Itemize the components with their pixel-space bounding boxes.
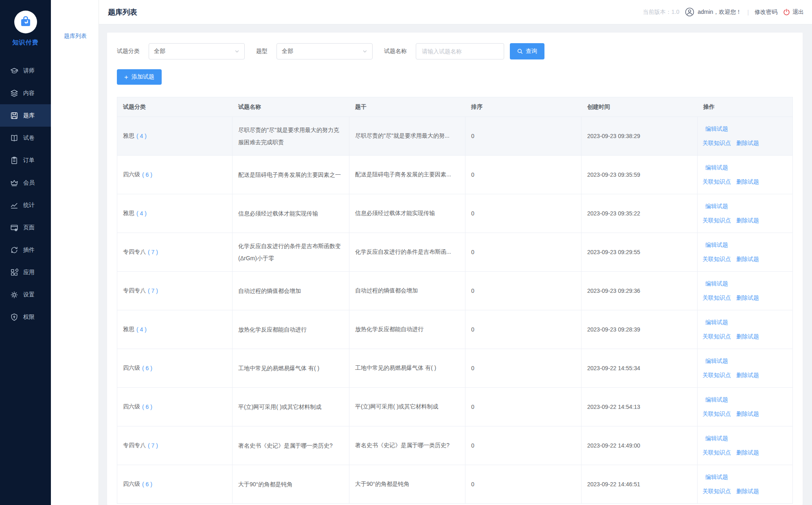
delete-question-link[interactable]: 删除试题 (736, 411, 759, 418)
link-knowledge-link[interactable]: 关联知识点 (702, 333, 731, 340)
logout-button[interactable]: 退出 (783, 9, 804, 16)
type-select[interactable]: 全部 (277, 43, 373, 59)
category-select[interactable]: 全部 (149, 43, 245, 59)
link-knowledge-link[interactable]: 关联知识点 (702, 488, 731, 495)
category-text: 四六级 (123, 403, 140, 411)
link-knowledge-link[interactable]: 关联知识点 (702, 294, 731, 302)
link-knowledge-link[interactable]: 关联知识点 (702, 140, 731, 147)
question-stem: 平(立)网可采用( )或其它材料制成 (349, 388, 465, 426)
created-time: 2023-09-23 09:35:22 (582, 194, 698, 233)
sidebar-item-label: 内容 (23, 90, 35, 97)
created-time: 2023-09-23 09:29:55 (582, 233, 698, 271)
edit-question-link[interactable]: 编辑试题 (705, 358, 728, 365)
link-knowledge-link[interactable]: 关联知识点 (702, 178, 731, 186)
question-table: 试题分类 试题名称 题干 排序 创建时间 操作 雅思( 4 ) 尽职尽责的"尽"… (117, 97, 793, 504)
category-count-link[interactable]: ( 6 ) (142, 171, 152, 178)
refresh-icon (10, 246, 18, 254)
table-row: 雅思( 4 ) 放热化学反应都能自动进行 放热化学反应都能自动进行 0 2023… (117, 310, 792, 349)
sidebar-item-label: 会员 (23, 179, 35, 187)
primary-sidebar: 知识付费 讲师 内容 题库 (0, 0, 51, 505)
sidebar-item-question-bank[interactable]: 题库 (0, 104, 51, 127)
created-time: 2023-09-22 14:55:34 (582, 349, 698, 387)
link-knowledge-link[interactable]: 关联知识点 (702, 217, 731, 224)
edit-question-link[interactable]: 编辑试题 (705, 164, 728, 171)
category-count-link[interactable]: ( 6 ) (142, 365, 152, 371)
actions-cell: 编辑试题 关联知识点删除试题 (698, 117, 792, 155)
delete-question-link[interactable]: 删除试题 (736, 449, 759, 457)
created-time: 2023-09-22 14:54:13 (582, 388, 698, 426)
edit-question-link[interactable]: 编辑试题 (705, 203, 728, 210)
question-name-input[interactable] (416, 43, 504, 59)
category-text: 雅思 (123, 326, 134, 333)
delete-question-link[interactable]: 删除试题 (736, 217, 759, 224)
delete-question-link[interactable]: 删除试题 (736, 488, 759, 495)
search-button[interactable]: 查询 (510, 43, 544, 59)
question-stem: 工地中常见的易燃易爆气体 有( ) (349, 349, 465, 387)
delete-question-link[interactable]: 删除试题 (736, 178, 759, 186)
browser-gear-icon (10, 224, 18, 232)
category-text: 四六级 (123, 364, 140, 372)
category-count-link[interactable]: ( 4 ) (136, 326, 147, 333)
sidebar-item-plugins[interactable]: 插件 (0, 239, 51, 261)
category-count-link[interactable]: ( 7 ) (148, 442, 158, 449)
sidebar-item-orders[interactable]: 订单 (0, 149, 51, 171)
graduation-cap-icon (10, 67, 18, 75)
topbar: 题库列表 当前版本：1.0 admin，欢迎您！ | 修改密码 退出 (99, 0, 812, 24)
category-count-link[interactable]: ( 6 ) (142, 481, 152, 487)
version-label: 当前版本：1.0 (643, 9, 679, 16)
question-name: 自动过程的熵值都会增加 (233, 272, 349, 310)
link-knowledge-link[interactable]: 关联知识点 (702, 449, 731, 457)
sidebar-item-exam-papers[interactable]: 试卷 (0, 127, 51, 149)
created-time: 2023-09-23 09:38:29 (582, 117, 698, 155)
user-menu[interactable]: admin，欢迎您！ (685, 7, 742, 17)
sidebar-item-content[interactable]: 内容 (0, 82, 51, 104)
search-button-label: 查询 (526, 48, 537, 55)
sidebar-item-settings[interactable]: 设置 (0, 283, 51, 306)
edit-question-link[interactable]: 编辑试题 (705, 435, 728, 442)
category-count-link[interactable]: ( 4 ) (136, 133, 147, 139)
add-question-label: 添加试题 (132, 73, 154, 81)
category-count-link[interactable]: ( 7 ) (148, 249, 158, 255)
link-knowledge-link[interactable]: 关联知识点 (702, 411, 731, 418)
sidebar-item-statistics[interactable]: 统计 (0, 194, 51, 216)
chevron-down-icon (362, 49, 367, 54)
delete-question-link[interactable]: 删除试题 (736, 294, 759, 302)
category-count-link[interactable]: ( 6 ) (142, 404, 152, 410)
delete-question-link[interactable]: 删除试题 (736, 140, 759, 147)
sort-value: 0 (465, 117, 582, 155)
category-text: 四六级 (123, 481, 140, 488)
sidebar-item-label: 设置 (23, 291, 35, 299)
sidebar-item-apps[interactable]: 应用 (0, 261, 51, 283)
sidebar-item-label: 页面 (23, 224, 35, 231)
sidebar-item-label: 讲师 (23, 67, 35, 75)
edit-question-link[interactable]: 编辑试题 (705, 125, 728, 133)
question-name: 配送是阻碍电子商务发展的主要因素之一 (233, 156, 349, 194)
edit-question-link[interactable]: 编辑试题 (705, 242, 728, 249)
category-count-link[interactable]: ( 4 ) (136, 210, 147, 217)
add-question-button[interactable]: + 添加试题 (117, 69, 162, 85)
delete-question-link[interactable]: 删除试题 (736, 256, 759, 263)
table-row: 四六级( 6 ) 工地中常见的易燃易爆气体 有( ) 工地中常见的易燃易爆气体 … (117, 349, 792, 388)
delete-question-link[interactable]: 删除试题 (736, 333, 759, 340)
edit-question-link[interactable]: 编辑试题 (705, 280, 728, 288)
edit-question-link[interactable]: 编辑试题 (705, 396, 728, 404)
delete-question-link[interactable]: 删除试题 (736, 372, 759, 379)
edit-question-link[interactable]: 编辑试题 (705, 319, 728, 326)
table-row: 四六级( 6 ) 大于90°的角都是钝角 大于90°的角都是钝角 0 2023-… (117, 465, 792, 503)
edit-question-link[interactable]: 编辑试题 (705, 474, 728, 481)
question-stem: 自动过程的熵值都会增加 (349, 272, 465, 310)
sidebar-item-label: 订单 (23, 157, 35, 164)
sidebar-item-permissions[interactable]: 权限 (0, 306, 51, 328)
link-knowledge-link[interactable]: 关联知识点 (702, 372, 731, 379)
category-count-link[interactable]: ( 7 ) (148, 288, 158, 294)
change-password-link[interactable]: 修改密码 (755, 9, 777, 16)
sidebar-item-lecturer[interactable]: 讲师 (0, 59, 51, 82)
column-header-category: 试题分类 (117, 97, 233, 116)
sidebar-item-members[interactable]: 会员 (0, 171, 51, 194)
sort-value: 0 (465, 310, 582, 349)
submenu-item-question-bank-list[interactable]: 题库列表 (51, 33, 99, 40)
sidebar-item-pages[interactable]: 页面 (0, 216, 51, 239)
link-knowledge-link[interactable]: 关联知识点 (702, 256, 731, 263)
topbar-right: 当前版本：1.0 admin，欢迎您！ | 修改密码 退出 (643, 7, 804, 17)
question-name: 信息必须经过载体才能实现传输 (233, 194, 349, 233)
